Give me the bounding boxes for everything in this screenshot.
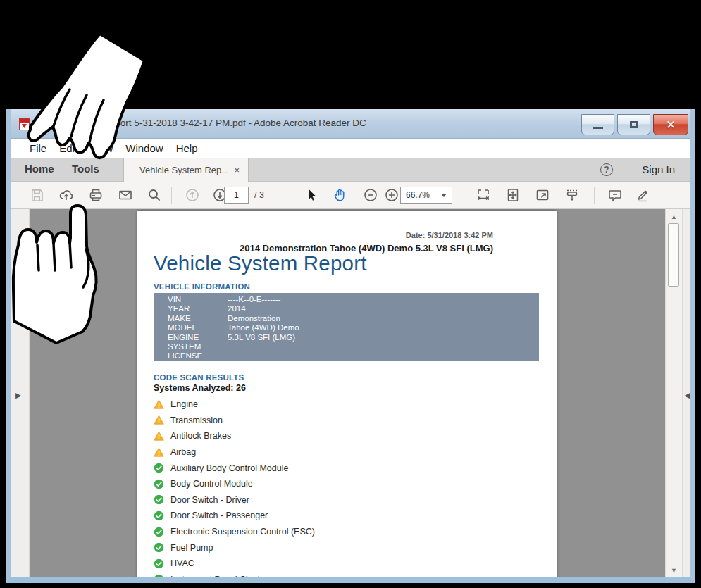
save-button[interactable] (25, 185, 49, 205)
info-value: Tahoe (4WD) Demo (228, 323, 299, 332)
scroll-mode-icon (564, 187, 580, 203)
scan-results-list: Engine Transmission Antilock Brakes Airb… (154, 396, 449, 577)
list-item: Door Switch - Driver (154, 492, 449, 508)
info-value: Demonstration (228, 314, 280, 323)
list-item: Door Switch - Passenger (154, 508, 449, 524)
tab-tools[interactable]: Tools (72, 163, 99, 175)
minus-circle-icon (363, 187, 378, 203)
list-item: Transmission (154, 413, 449, 429)
search-icon (147, 187, 162, 203)
comment-button[interactable] (603, 185, 627, 205)
tools-pane-strip: ◀ (682, 209, 690, 577)
hand-tool-button[interactable] (328, 185, 352, 205)
scrollbar-thumb[interactable] (668, 223, 679, 287)
warning-icon (154, 415, 164, 425)
info-label: MAKE (168, 314, 228, 323)
info-label: YEAR (168, 304, 228, 313)
tab-close-icon[interactable]: × (234, 165, 240, 175)
email-button[interactable] (113, 185, 137, 205)
info-row: SYSTEM (168, 342, 539, 351)
close-button[interactable]: ✕ (653, 114, 688, 135)
pdf-page: Date: 5/31/2018 3:42 PM 2014 Demonstrati… (137, 211, 557, 577)
list-item-label: Antilock Brakes (170, 431, 231, 441)
list-item-label: Body Control Module (170, 479, 253, 489)
check-icon (154, 574, 164, 577)
fullscreen-button[interactable] (531, 185, 554, 205)
envelope-icon (118, 187, 133, 203)
vertical-scrollbar[interactable]: ▲ ▼ (665, 209, 682, 577)
list-item: Antilock Brakes (154, 428, 449, 444)
menu-edit[interactable]: Edit (53, 141, 84, 156)
list-item: Auxiliary Body Control Module (154, 460, 449, 476)
sign-in-button[interactable]: Sign In (642, 163, 675, 175)
page-up-icon (185, 187, 200, 203)
maximize-icon (630, 121, 638, 128)
expand-tools-pane-icon[interactable]: ◀ (684, 391, 690, 400)
menu-window[interactable]: Window (119, 141, 169, 156)
share-button[interactable] (54, 185, 78, 205)
toolbar-separator (171, 187, 172, 204)
expand-nav-pane-icon[interactable]: ▶ (15, 391, 21, 400)
list-item-label: HVAC (170, 558, 194, 568)
menu-file[interactable]: File (23, 141, 53, 156)
report-date: Date: 5/31/2018 3:42 PM (137, 231, 493, 239)
list-item: Instrument Panel Cluster (154, 572, 449, 577)
scroll-down-icon[interactable]: ▼ (666, 567, 682, 574)
list-item: Fuel Pump (154, 539, 449, 556)
select-tool-button[interactable] (299, 185, 323, 205)
minimize-button[interactable] (581, 114, 614, 135)
zoom-out-button[interactable] (359, 185, 383, 205)
page-number-input[interactable] (226, 190, 247, 200)
list-item-label: Auxiliary Body Control Module (170, 463, 288, 473)
pdf-file-icon (19, 118, 30, 130)
list-item-label: Airbag (170, 447, 196, 457)
scroll-up-icon[interactable]: ▲ (666, 213, 682, 220)
fit-page-button[interactable] (501, 185, 525, 205)
systems-analyzed: Systems Analyzed: 26 (154, 383, 246, 393)
warning-icon (154, 447, 164, 458)
list-item: Engine (154, 396, 449, 413)
minimize-icon (593, 127, 603, 129)
info-label: VIN (168, 295, 228, 304)
fullscreen-icon (535, 187, 550, 203)
document-area: ▶ Date: 5/31/2018 3:42 PM 2014 Demonstra… (11, 209, 690, 577)
toolbar-separator (594, 187, 595, 204)
fit-width-button[interactable] (471, 185, 495, 205)
info-value: 2014 (228, 304, 246, 313)
page-total-label: / 3 (254, 190, 264, 200)
comment-bubble-icon (607, 187, 623, 203)
zoom-level-dropdown[interactable]: 66.7% (400, 187, 452, 204)
fit-width-icon (476, 187, 491, 203)
maximize-button[interactable] (617, 114, 650, 135)
find-button[interactable] (142, 185, 166, 205)
close-icon: ✕ (666, 118, 676, 132)
main-toolbar: / 3 66.7% (11, 182, 690, 209)
save-icon (30, 188, 44, 203)
print-button[interactable] (84, 185, 108, 205)
thumb-grip (671, 254, 677, 254)
tab-document[interactable]: Vehicle System Rep... × (123, 158, 249, 182)
tab-document-label: Vehicle System Rep... (139, 165, 228, 175)
list-item-label: Door Switch - Passenger (170, 511, 268, 520)
check-icon (154, 463, 164, 473)
scroll-mode-button[interactable] (560, 185, 584, 205)
report-title: Vehicle System Report (154, 251, 367, 275)
tab-home[interactable]: Home (25, 163, 54, 175)
previous-page-button[interactable] (180, 185, 204, 205)
chevron-down-icon (441, 194, 447, 197)
fit-page-icon (505, 187, 521, 203)
menu-bar: File Edit View Window Help (11, 139, 690, 158)
menu-help[interactable]: Help (170, 141, 204, 156)
info-label: ENGINE (168, 333, 228, 342)
title-bar[interactable]: Vehicle System Report 5-31-2018 3-42-17 … (11, 109, 690, 139)
menu-view[interactable]: View (84, 141, 119, 156)
navigation-pane-strip: ▶ (11, 209, 30, 577)
warning-icon (154, 399, 164, 410)
help-icon[interactable]: ? (600, 163, 613, 176)
check-icon (154, 527, 164, 537)
info-row: MODELTahoe (4WD) Demo (168, 323, 539, 332)
print-icon (88, 187, 104, 203)
highlight-button[interactable] (631, 185, 655, 205)
info-label: LICENSE (168, 351, 228, 361)
info-value: 5.3L V8 SFI (LMG) (228, 333, 295, 342)
